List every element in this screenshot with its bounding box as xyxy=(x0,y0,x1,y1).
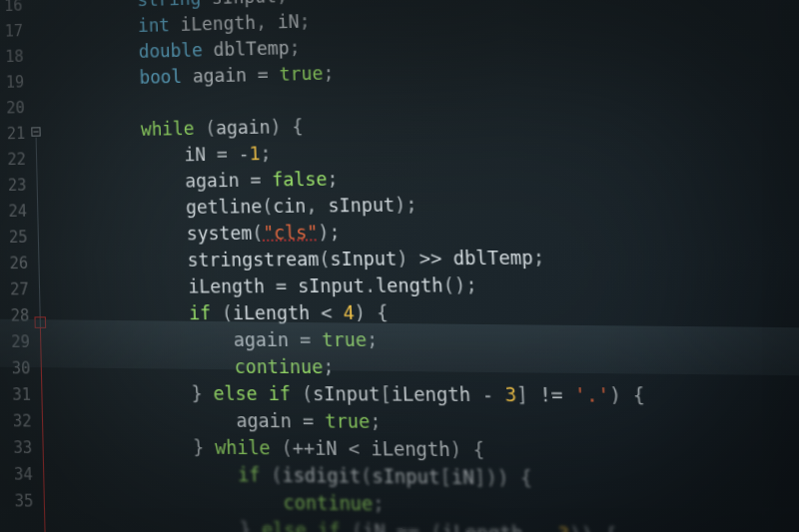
token-ident: again xyxy=(193,65,248,87)
token-ident: again xyxy=(185,170,240,192)
token-punct: ; xyxy=(260,143,272,164)
token-punct: , xyxy=(306,195,329,217)
token-ident: iLength xyxy=(441,521,523,532)
token-type: bool xyxy=(139,66,182,88)
line-number: 21 xyxy=(0,121,28,147)
token-fn: stringstream xyxy=(187,249,319,270)
token-op: = xyxy=(206,144,239,166)
token-ident: sInput xyxy=(212,0,278,8)
token-punct: ( xyxy=(211,302,234,323)
token-kw: true xyxy=(325,410,371,432)
token-punct: ( xyxy=(252,223,264,244)
token-ident: iN xyxy=(277,11,300,32)
token-punct xyxy=(201,0,212,9)
token-punct: ; xyxy=(299,11,311,32)
line-number: 33 xyxy=(3,435,35,462)
token-op: = xyxy=(265,275,299,297)
token-punct: )) { xyxy=(569,523,617,532)
token-ident: iLength xyxy=(188,275,265,297)
token-punct: ); xyxy=(395,194,417,216)
breakpoint-icon[interactable] xyxy=(34,316,46,328)
token-ident: sInput xyxy=(330,248,398,269)
line-number: 23 xyxy=(0,173,29,199)
line-number: 35 xyxy=(4,488,36,515)
token-fn: length xyxy=(376,274,444,296)
code-line[interactable]: again = true; xyxy=(61,326,643,354)
editor[interactable]: 1617181920212223242526272829303132333435… xyxy=(0,0,799,532)
token-punct: ])) { xyxy=(473,466,532,489)
line-number: 31 xyxy=(2,382,34,409)
token-kw: true xyxy=(322,329,368,351)
token-kw: while xyxy=(141,118,195,140)
token-punct: ( xyxy=(290,383,313,405)
token-punct: ) { xyxy=(354,301,388,323)
token-op: != xyxy=(539,384,563,406)
line-number: 24 xyxy=(0,199,29,225)
token-op: == xyxy=(385,520,431,532)
token-punct: ) { xyxy=(270,116,304,138)
token-punct: . xyxy=(364,274,376,296)
token-kw: false xyxy=(272,169,328,191)
token-ident: again xyxy=(216,117,271,139)
line-number: 25 xyxy=(0,225,30,251)
token-punct: ; xyxy=(532,247,545,268)
token-ident: again xyxy=(236,410,292,432)
token-ident: iLength xyxy=(233,302,311,324)
code-line[interactable]: iLength = sInput.length(); xyxy=(59,271,639,301)
token-type: double xyxy=(138,40,203,62)
token-punct: } xyxy=(240,518,263,532)
token-op: >> xyxy=(418,248,442,269)
token-op: - xyxy=(470,383,505,405)
code-editor-screenshot: 1617181920212223242526272829303132333435… xyxy=(0,0,799,532)
token-punct: ; xyxy=(323,356,335,378)
code-area[interactable]: string sInput; int iLength, iN; double d… xyxy=(42,0,652,532)
token-num: 1 xyxy=(249,143,261,164)
token-op: ++ xyxy=(292,437,315,459)
token-op: < xyxy=(310,302,344,324)
code-line[interactable]: continue; xyxy=(61,353,643,381)
token-kw: continue xyxy=(234,356,323,378)
token-str: "cls" xyxy=(263,222,319,244)
code-line[interactable]: if (iLength < 4) { xyxy=(60,298,641,326)
token-punct: ( xyxy=(340,520,363,532)
token-char: '.' xyxy=(574,384,610,406)
code-line[interactable]: stringstream(sInput) >> dblTemp; xyxy=(59,244,638,274)
token-punct xyxy=(182,66,193,87)
code-line[interactable]: } else if (sInput[iLength - 3] != '.') { xyxy=(62,380,645,410)
token-punct: ) { xyxy=(449,438,484,460)
token-ident: iLength xyxy=(371,438,450,461)
token-fn: isdigit xyxy=(282,464,361,487)
token-punct: ( xyxy=(319,249,331,270)
token-kw: true xyxy=(279,63,324,85)
line-number: 27 xyxy=(0,276,31,302)
token-punct xyxy=(170,14,181,35)
token-punct: } xyxy=(193,436,216,458)
token-punct xyxy=(203,39,214,60)
token-op: = xyxy=(239,170,272,192)
token-punct: ( xyxy=(361,465,373,487)
modified-marker-line xyxy=(40,328,46,532)
token-ident: iN xyxy=(315,437,338,459)
token-punct: ); xyxy=(318,222,341,244)
token-type: string xyxy=(137,0,202,10)
token-ident: dblTemp xyxy=(213,37,290,60)
token-ident: cin xyxy=(273,196,307,218)
token-punct: ( xyxy=(260,464,283,486)
editor-surface: 1617181920212223242526272829303132333435… xyxy=(0,0,799,532)
token-punct: ; xyxy=(327,169,339,190)
token-punct: ; xyxy=(373,493,385,515)
fold-toggle-icon[interactable] xyxy=(31,127,40,136)
token-ident: dblTemp xyxy=(452,247,533,268)
token-punct: ; xyxy=(289,37,301,58)
token-punct: ; xyxy=(367,329,379,351)
line-number: 30 xyxy=(1,355,33,382)
token-op: - xyxy=(522,523,558,532)
token-punct: ; xyxy=(370,410,382,432)
line-number: 26 xyxy=(0,251,30,276)
token-punct: , xyxy=(256,12,278,33)
token-punct: ; xyxy=(323,63,335,84)
line-number: 19 xyxy=(0,70,26,96)
token-op: = xyxy=(291,410,325,432)
line-number: 32 xyxy=(2,408,34,435)
line-number: 16 xyxy=(0,0,25,20)
